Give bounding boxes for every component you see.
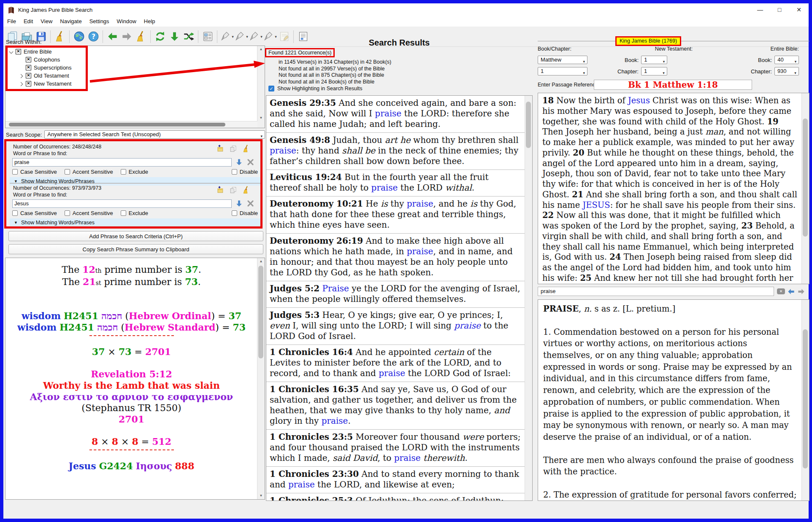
history-forward-icon[interactable]	[797, 287, 806, 296]
accent-sensitive-checkbox[interactable]	[65, 169, 70, 175]
tree-expander-icon[interactable]	[18, 73, 25, 79]
highlighter-2-button[interactable]: ▾	[234, 29, 248, 45]
menu-item[interactable]: Settings	[86, 18, 113, 24]
random-passage-button[interactable]	[181, 29, 196, 45]
phrase-input[interactable]: Jesus	[12, 199, 232, 208]
tree-vertical-scrollbar[interactable]: ▲ ▼	[257, 46, 265, 128]
passage-reference-input[interactable]: Bk 1 Matthew 1:18	[594, 80, 752, 90]
nt-book-dropdown[interactable]: 1▾	[641, 56, 667, 64]
tree-expander-icon[interactable]	[18, 81, 25, 87]
chapter-dropdown[interactable]: 1▾	[538, 67, 587, 75]
tree-item[interactable]: ✕ New Testament	[6, 80, 264, 88]
minimize-button[interactable]: —	[750, 3, 770, 16]
scroll-up-icon[interactable]: ▲	[257, 46, 265, 53]
drop-list-icon[interactable]	[235, 199, 243, 207]
details-view-button[interactable]	[200, 29, 215, 45]
scroll-down-icon[interactable]: ▼	[257, 115, 265, 121]
dictionary-search-input[interactable]: praise	[538, 287, 774, 296]
duplicate-phrase-icon[interactable]	[229, 186, 237, 194]
disable-checkbox[interactable]	[232, 169, 237, 175]
add-phrase-icon[interactable]	[216, 186, 224, 194]
duplicate-phrase-icon[interactable]	[229, 145, 237, 153]
eb-chapter-dropdown[interactable]: 930▾	[774, 67, 799, 75]
search-result-verse[interactable]: Genesis 49:8 Judah, thou art he whom thy…	[266, 133, 525, 170]
add-phrase-icon[interactable]	[216, 145, 224, 153]
tree-expander-icon[interactable]	[8, 48, 15, 55]
clear-phrase-icon[interactable]	[242, 145, 250, 153]
copy-summary-button[interactable]: Copy Search Phrase Summary to Clipboard	[8, 244, 263, 254]
load-verses-icon	[169, 31, 180, 42]
search-scope-dropdown[interactable]: Anywhere in Selected Search Text (Unscop…	[44, 130, 265, 139]
menu-item[interactable]: Navigate	[56, 18, 85, 24]
browse-web-button[interactable]	[72, 29, 86, 45]
tree-expander-icon[interactable]	[18, 57, 25, 63]
search-result-verse[interactable]: 1 Chronicles 23:30 And to stand every mo…	[266, 467, 525, 493]
search-result-verse[interactable]: 1 Chronicles 16:4 And he appointed certa…	[266, 345, 525, 382]
dictionary-vertical-scrollbar[interactable]	[801, 300, 809, 500]
scroll-down-icon[interactable]: ▼	[257, 492, 265, 499]
nt-chapter-dropdown[interactable]: 1▾	[641, 67, 667, 75]
clear-search-button[interactable]	[53, 29, 67, 45]
disable-checkbox[interactable]	[232, 210, 237, 216]
exclude-checkbox[interactable]	[121, 169, 126, 175]
tree-checkbox[interactable]: ✕	[26, 65, 31, 70]
numeric-line: Revelation 5:12	[5, 369, 257, 380]
menu-item[interactable]: File	[3, 18, 20, 24]
tree-checkbox[interactable]: ✕	[26, 73, 31, 78]
search-result-verse[interactable]: Genesis 29:35 And she conceived again, a…	[266, 96, 525, 133]
highlighter-3-button[interactable]: ▾	[248, 29, 263, 45]
tree-checkbox[interactable]: ✕	[26, 81, 31, 86]
search-result-verse[interactable]: Deuteronomy 26:19 And to make thee high …	[266, 234, 525, 281]
add-phrase-button[interactable]: Add Phrase to Search Criteria (Ctrl+P)	[8, 231, 263, 241]
menu-item[interactable]: View	[37, 18, 56, 24]
history-back-icon[interactable]	[787, 287, 796, 296]
clear-search-icon[interactable]: ✕	[777, 287, 785, 296]
drop-list-icon[interactable]	[235, 158, 243, 166]
search-result-verse[interactable]: Judges 5:3 Hear, O ye kings; give ear, O…	[266, 308, 525, 345]
show-matching-toggle[interactable]: ▼ Show Matching Words/Phrases	[10, 218, 261, 227]
phrase-input[interactable]: praise	[12, 158, 232, 167]
clear-small-button[interactable]	[134, 29, 148, 45]
menu-item[interactable]: Window	[113, 18, 140, 24]
search-result-verse[interactable]: 1 Chronicles 23:5 Moreover four thousand…	[266, 430, 525, 467]
search-result-verse[interactable]: Judges 5:2 Praise ye the LORD for the av…	[266, 281, 525, 308]
remove-phrase-icon[interactable]	[246, 158, 254, 166]
remove-phrase-icon[interactable]	[246, 199, 254, 207]
close-button[interactable]: ✕	[789, 3, 809, 16]
accent-sensitive-checkbox[interactable]	[65, 210, 70, 216]
maximize-button[interactable]: □	[770, 3, 789, 16]
tree-checkbox[interactable]: ✕	[26, 57, 31, 62]
scripture-vertical-scrollbar[interactable]	[801, 93, 809, 284]
tree-item[interactable]: ✕ Entire Bible	[6, 48, 264, 56]
help-button[interactable]	[86, 29, 100, 45]
back-button[interactable]	[105, 29, 119, 45]
refresh-button[interactable]	[153, 29, 167, 45]
book-dropdown[interactable]: Matthew▾	[538, 56, 587, 64]
numerics-vertical-scrollbar[interactable]: ▲ ▼	[257, 258, 265, 499]
search-result-verse[interactable]: 1 Chronicles 16:35 And say ye, Save us, …	[266, 382, 525, 430]
tree-checkbox[interactable]: ✕	[16, 49, 21, 54]
eb-book-dropdown[interactable]: 40▾	[774, 56, 799, 64]
forward-button[interactable]	[119, 29, 134, 45]
search-result-verse[interactable]: Deuteronomy 10:21 He is thy praise, and …	[266, 196, 525, 234]
tree-expander-icon[interactable]	[18, 65, 25, 71]
load-verses-button[interactable]	[167, 29, 181, 45]
results-vertical-scrollbar[interactable]	[525, 96, 532, 500]
highlighter-1-button[interactable]: ▾	[219, 29, 234, 45]
tree-horizontal-scrollbar[interactable]	[5, 121, 257, 128]
case-sensitive-checkbox[interactable]	[12, 210, 18, 216]
exclude-checkbox[interactable]	[121, 210, 126, 216]
menu-item[interactable]: Edit	[20, 18, 37, 24]
search-result-verse[interactable]: 1 Chronicles 25:3 Of Jeduthun: the sons …	[266, 493, 525, 500]
show-highlighting-checkbox[interactable]: ✓	[268, 86, 274, 91]
case-sensitive-checkbox[interactable]	[12, 169, 18, 175]
scroll-up-icon[interactable]: ▲	[257, 258, 265, 265]
tree-item[interactable]: ✕ Colophons	[6, 56, 264, 64]
tree-item[interactable]: ✕ Old Testament	[6, 72, 264, 80]
search-result-verse[interactable]: Leviticus 19:24 But in the fourth year a…	[266, 170, 525, 196]
numeric-line: wisdom H2451 חכמה (Hebrew Ordinal) = 37	[5, 310, 257, 322]
clear-phrase-icon[interactable]	[242, 186, 250, 194]
menu-item[interactable]: Help	[140, 18, 159, 24]
tree-item[interactable]: ✕ Superscriptions	[6, 64, 264, 72]
dictionary-headword: PRAISE, n. s as z. [L. pretium.]	[543, 303, 797, 315]
